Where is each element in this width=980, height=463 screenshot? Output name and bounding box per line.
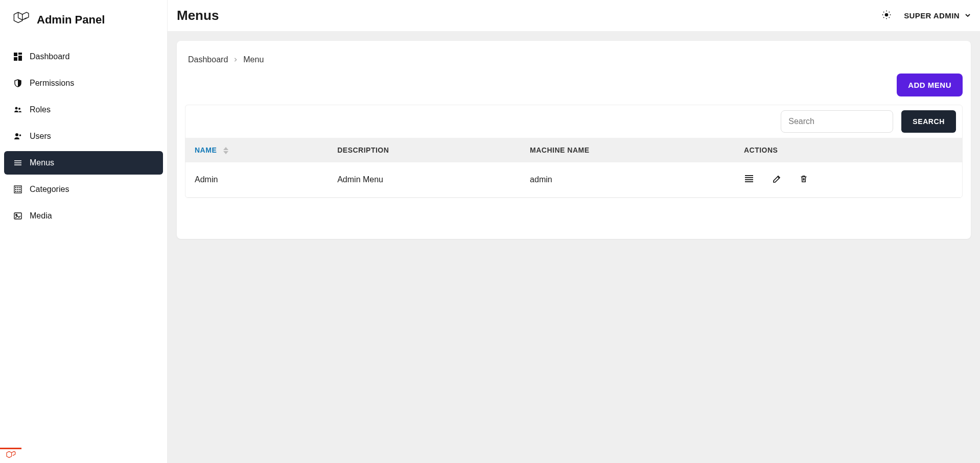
column-name[interactable]: NAME	[185, 138, 328, 162]
svg-point-5	[18, 108, 20, 110]
column-actions: ACTIONS	[735, 138, 962, 162]
sidebar-nav: Dashboard Permissions Roles Users Menus	[0, 39, 167, 234]
svg-line-28	[883, 12, 884, 12]
delete-button[interactable]	[799, 174, 808, 185]
svg-point-6	[15, 133, 18, 136]
main: Dashboard Menu ADD MENU SEARCH NAME	[168, 32, 980, 463]
svg-point-23	[885, 13, 889, 16]
search-input[interactable]	[781, 110, 893, 133]
media-icon	[13, 211, 22, 221]
edit-button[interactable]	[772, 174, 782, 186]
svg-point-15	[15, 189, 16, 189]
svg-line-29	[889, 17, 890, 17]
svg-line-30	[883, 17, 884, 17]
user-menu[interactable]: SUPER ADMIN	[904, 11, 971, 20]
table-header-row: NAME DESCRIPTION MACHINE NAME ACTIONS	[185, 138, 962, 162]
sidebar-item-label: Categories	[30, 185, 69, 194]
sidebar-item-roles[interactable]: Roles	[4, 98, 163, 121]
add-menu-button[interactable]: ADD MENU	[897, 74, 963, 96]
user-label: SUPER ADMIN	[904, 11, 960, 20]
column-label: MACHINE NAME	[530, 146, 589, 154]
sun-icon	[881, 10, 892, 22]
column-label: ACTIONS	[744, 146, 778, 154]
menu-icon	[13, 158, 22, 167]
brand-title: Admin Panel	[37, 13, 105, 27]
menus-table: NAME DESCRIPTION MACHINE NAME ACTIONS	[185, 138, 962, 198]
breadcrumb-menu[interactable]: Menu	[243, 55, 264, 64]
chevron-right-icon	[233, 55, 238, 64]
sidebar-item-media[interactable]: Media	[4, 204, 163, 228]
svg-point-20	[19, 191, 20, 191]
svg-point-22	[16, 214, 17, 216]
sidebar-item-dashboard[interactable]: Dashboard	[4, 45, 163, 68]
sidebar-item-label: Users	[30, 132, 51, 141]
svg-rect-0	[14, 53, 17, 56]
svg-point-19	[17, 191, 18, 191]
svg-point-18	[15, 191, 16, 191]
svg-point-14	[19, 187, 20, 187]
users-group-icon	[13, 105, 22, 114]
column-machine-name: MACHINE NAME	[521, 138, 735, 162]
sidebar-item-label: Media	[30, 211, 52, 221]
sidebar-item-users[interactable]: Users	[4, 125, 163, 148]
svg-point-16	[17, 189, 18, 189]
dashboard-icon	[13, 52, 22, 61]
search-button[interactable]: SEARCH	[901, 110, 956, 133]
column-description: DESCRIPTION	[328, 138, 521, 162]
cell-description: Admin Menu	[328, 162, 521, 198]
sidebar-item-permissions[interactable]: Permissions	[4, 71, 163, 95]
table-toolbar: SEARCH	[185, 105, 962, 138]
svg-point-17	[19, 189, 20, 189]
laravel-logo-icon	[12, 10, 30, 30]
sidebar-item-label: Menus	[30, 158, 54, 167]
add-row: ADD MENU	[185, 74, 963, 96]
reorder-button[interactable]	[744, 174, 754, 186]
svg-rect-2	[18, 56, 22, 61]
svg-rect-1	[18, 53, 22, 55]
page-title: Menus	[177, 8, 219, 23]
shield-icon	[13, 79, 22, 88]
dev-badge[interactable]	[0, 448, 21, 463]
breadcrumb-dashboard[interactable]: Dashboard	[188, 55, 228, 64]
chevron-down-icon	[965, 11, 971, 20]
table-row: Admin Admin Menu admin	[185, 162, 962, 198]
svg-rect-3	[14, 57, 17, 61]
svg-point-12	[15, 187, 16, 187]
breadcrumb: Dashboard Menu	[185, 55, 963, 64]
edit-icon	[772, 174, 782, 186]
users-icon	[13, 132, 22, 141]
sort-icon	[223, 147, 228, 154]
sidebar-item-menus[interactable]: Menus	[4, 151, 163, 175]
row-actions	[744, 174, 953, 186]
sidebar-item-categories[interactable]: Categories	[4, 178, 163, 201]
svg-line-31	[889, 12, 890, 12]
table-shell: SEARCH NAME DESCRIPTION MACHINE NAME	[185, 105, 963, 198]
header: Menus SUPER ADMIN	[168, 0, 980, 32]
sidebar-item-label: Roles	[30, 105, 51, 114]
sidebar-item-label: Dashboard	[30, 52, 69, 61]
theme-toggle-button[interactable]	[881, 10, 892, 22]
cell-machine-name: admin	[521, 162, 735, 198]
trash-icon	[799, 174, 808, 185]
laravel-small-icon	[6, 450, 16, 462]
cell-name: Admin	[185, 162, 328, 198]
sidebar-item-label: Permissions	[30, 79, 74, 88]
svg-point-7	[19, 134, 21, 136]
svg-point-4	[15, 107, 18, 110]
list-icon	[744, 174, 754, 186]
header-right: SUPER ADMIN	[881, 10, 971, 22]
column-label: NAME	[195, 146, 217, 154]
svg-point-13	[17, 187, 18, 187]
column-label: DESCRIPTION	[337, 146, 389, 154]
grid-icon	[13, 185, 22, 194]
cell-actions	[735, 162, 962, 198]
sidebar: Admin Panel Dashboard Permissions Roles	[0, 0, 168, 463]
content-card: Dashboard Menu ADD MENU SEARCH NAME	[177, 41, 971, 239]
brand[interactable]: Admin Panel	[0, 0, 167, 39]
